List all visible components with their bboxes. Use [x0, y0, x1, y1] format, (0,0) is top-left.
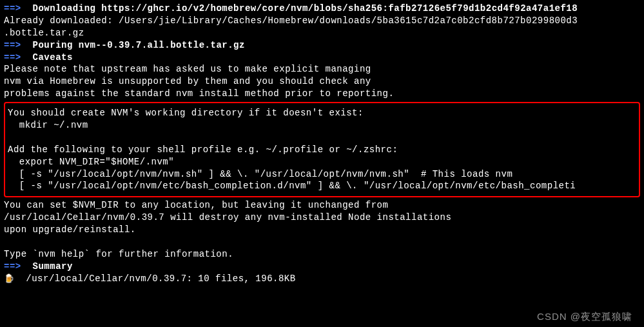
- line-downloading: ==> Downloading https://ghcr.io/v2/homeb…: [4, 3, 640, 15]
- beer-icon: 🍺: [4, 274, 15, 284]
- line-after1: You can set $NVM_DIR to any location, bu…: [4, 199, 640, 212]
- line-help: Type `nvm help` for further information.: [4, 248, 640, 261]
- downloading-text: Downloading https://ghcr.io/v2/homebrew/…: [33, 3, 578, 14]
- line-caveats: ==> Caveats: [4, 52, 640, 64]
- line-summary-detail: 🍺 /usr/local/Cellar/nvm/0.39.7: 10 files…: [4, 273, 640, 285]
- line-note3: problems against the standard nvm instal…: [4, 88, 640, 100]
- line-note2: nvm via Homebrew is unsupported by them …: [4, 75, 640, 88]
- arrow-icon: ==>: [4, 52, 21, 63]
- box-line-nvmsh: [ -s "/usr/local/opt/nvm/nvm.sh" ] && \.…: [8, 168, 636, 181]
- summary-heading: Summary: [33, 261, 73, 272]
- line-pouring: ==> Pouring nvm--0.39.7.all.bottle.tar.g…: [4, 39, 640, 52]
- line-bottle-tar: .bottle.tar.gz: [4, 27, 640, 39]
- line-note1: Please note that upstream has asked us t…: [4, 63, 640, 75]
- caveats-heading: Caveats: [33, 52, 73, 63]
- line-already-downloaded: Already downloaded: /Users/jie/Library/C…: [4, 15, 640, 27]
- line-summary: ==> Summary: [4, 261, 640, 273]
- line-blank: [4, 236, 640, 248]
- pouring-text: Pouring nvm--0.39.7.all.bottle.tar.gz: [33, 40, 245, 50]
- box-line-mkdir: mkdir ~/.nvm: [8, 119, 636, 132]
- box-line-export: export NVM_DIR="$HOME/.nvm": [8, 156, 636, 168]
- line-after2: /usr/local/Cellar/nvm/0.39.7 will destro…: [4, 212, 640, 224]
- arrow-icon: ==>: [4, 261, 21, 272]
- line-after3: upon upgrade/reinstall.: [4, 224, 640, 236]
- summary-text: /usr/local/Cellar/nvm/0.39.7: 10 files, …: [26, 273, 295, 284]
- box-line-bash-completion: [ -s "/usr/local/opt/nvm/etc/bash_comple…: [8, 180, 636, 192]
- box-line-create-dir: You should create NVM's working director…: [8, 107, 636, 119]
- arrow-icon: ==>: [4, 3, 21, 14]
- box-line-add-following: Add the following to your shell profile …: [8, 144, 636, 156]
- arrow-icon: ==>: [4, 40, 21, 50]
- watermark-text: CSDN @夜空孤狼啸: [537, 310, 632, 323]
- highlighted-instructions-box: You should create NVM's working director…: [4, 102, 640, 197]
- box-blank: [8, 132, 636, 144]
